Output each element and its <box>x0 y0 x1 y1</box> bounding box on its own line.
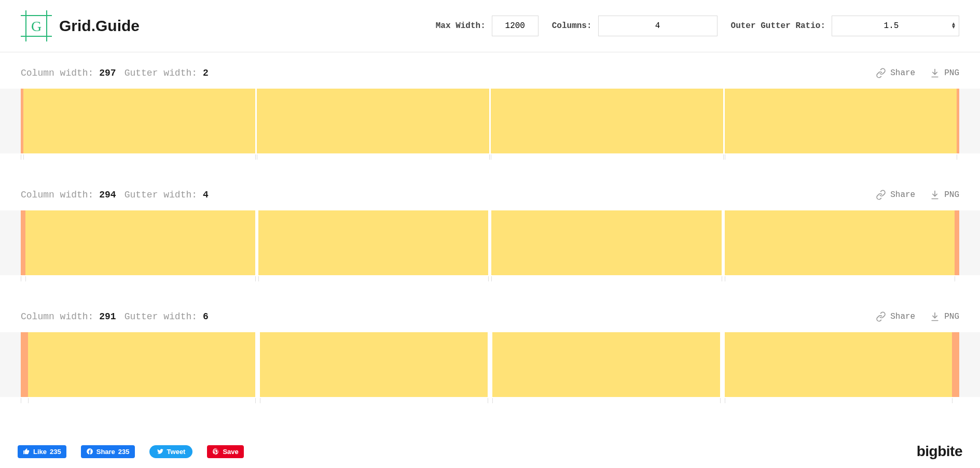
logo[interactable]: G Grid.Guide <box>21 10 140 41</box>
grid-preview <box>0 332 980 397</box>
outer-gutter-label: Outer Gutter Ratio: <box>731 21 825 31</box>
column-width-value: 297 <box>99 68 116 78</box>
tick-segment <box>25 275 255 286</box>
outer-gutter <box>952 332 959 397</box>
facebook-share-label: Share <box>96 448 115 456</box>
tick-segment <box>491 153 723 164</box>
link-icon <box>876 68 886 78</box>
gutter-width-value: 4 <box>203 190 209 200</box>
max-width-input[interactable] <box>492 16 539 36</box>
png-button[interactable]: PNG <box>930 190 959 200</box>
png-label: PNG <box>944 312 959 321</box>
link-icon <box>876 190 886 200</box>
tick-mark <box>720 398 721 403</box>
share-button[interactable]: Share <box>876 68 915 78</box>
grid-row: Column width: 297Gutter width: 2SharePNG <box>0 68 980 164</box>
facebook-like-button[interactable]: Like 235 <box>18 445 66 458</box>
tick-mark <box>725 154 725 160</box>
link-icon <box>876 311 886 322</box>
svg-text:G: G <box>31 18 42 34</box>
gutter-width-label: Gutter width: <box>125 311 203 322</box>
max-width-control: Max Width: <box>436 16 539 36</box>
png-button[interactable]: PNG <box>930 311 959 322</box>
logo-icon: G <box>21 10 52 41</box>
tick-segment <box>21 275 25 286</box>
column-width-label: Column width: <box>21 190 99 200</box>
grid-preview <box>0 89 980 153</box>
columns-control: Columns: <box>552 16 717 36</box>
tick-mark <box>23 154 24 160</box>
tick-mark <box>488 276 489 281</box>
png-label: PNG <box>944 190 959 200</box>
tick-mark <box>725 398 725 403</box>
pinterest-icon <box>212 448 219 455</box>
outer-gutter <box>955 210 959 275</box>
outer-gutter <box>957 89 959 153</box>
columns-input[interactable] <box>598 16 717 36</box>
grid-row: Column width: 291Gutter width: 6SharePNG <box>0 311 980 407</box>
pinterest-save-button[interactable]: Save <box>207 445 243 458</box>
tick-segment <box>21 397 28 407</box>
tick-mark <box>723 154 724 160</box>
tick-mark <box>489 154 490 160</box>
tick-mark <box>957 154 957 160</box>
row-actions: SharePNG <box>876 190 959 200</box>
facebook-like-count: 235 <box>50 448 61 456</box>
gutter <box>488 332 492 397</box>
share-button[interactable]: Share <box>876 311 915 322</box>
facebook-like-label: Like <box>33 448 47 456</box>
download-icon <box>930 190 940 200</box>
tick-mark <box>260 398 260 403</box>
twitter-icon <box>157 448 164 455</box>
row-actions: SharePNG <box>876 311 959 322</box>
tick-row <box>0 153 980 164</box>
row-meta: Column width: 291Gutter width: 6 <box>21 311 209 322</box>
column-width-value: 294 <box>99 190 116 200</box>
brand-logo[interactable]: bigbite <box>917 443 962 460</box>
share-label: Share <box>890 312 915 321</box>
tick-mark <box>21 154 21 160</box>
outer-gutter-select[interactable] <box>832 16 959 36</box>
tick-segment <box>258 275 488 286</box>
tick-mark <box>492 398 493 403</box>
tick-mark <box>491 154 491 160</box>
png-button[interactable]: PNG <box>930 68 959 78</box>
grid-inner <box>21 210 959 275</box>
tick-segment <box>725 153 957 164</box>
facebook-share-button[interactable]: Share 235 <box>81 445 135 458</box>
tick-segment <box>952 397 959 407</box>
tick-mark <box>257 154 257 160</box>
column <box>257 89 489 153</box>
column-width-value: 291 <box>99 311 116 322</box>
gutter-width-label: Gutter width: <box>125 68 203 78</box>
columns-label: Columns: <box>552 21 592 31</box>
tweet-label: Tweet <box>167 448 186 456</box>
header: G Grid.Guide Max Width: Columns: Outer G… <box>0 0 980 52</box>
tick-mark <box>255 276 256 281</box>
max-width-label: Max Width: <box>436 21 486 31</box>
tick-segment <box>955 275 959 286</box>
row-header: Column width: 297Gutter width: 2SharePNG <box>0 68 980 78</box>
tick-segment <box>720 397 725 407</box>
column <box>260 332 488 397</box>
share-label: Share <box>890 68 915 78</box>
column <box>258 210 488 275</box>
gutter <box>255 332 260 397</box>
column <box>491 210 721 275</box>
tweet-button[interactable]: Tweet <box>149 445 193 458</box>
pinterest-save-label: Save <box>223 448 238 456</box>
row-meta: Column width: 294Gutter width: 4 <box>21 190 209 200</box>
tick-mark <box>488 398 488 403</box>
tick-segment <box>257 153 489 164</box>
tick-mark <box>491 276 492 281</box>
gutter-width-value: 2 <box>203 68 209 78</box>
row-header: Column width: 294Gutter width: 4SharePNG <box>0 190 980 200</box>
outer-gutter <box>21 210 25 275</box>
gutter-width-value: 6 <box>203 311 209 322</box>
results-list: Column width: 297Gutter width: 2SharePNG… <box>0 52 980 468</box>
share-button[interactable]: Share <box>876 190 915 200</box>
outer-gutter-control: Outer Gutter Ratio: ▲▼ <box>731 16 959 36</box>
column <box>725 89 957 153</box>
header-controls: Max Width: Columns: Outer Gutter Ratio: … <box>436 16 959 36</box>
column-width-label: Column width: <box>21 311 99 322</box>
